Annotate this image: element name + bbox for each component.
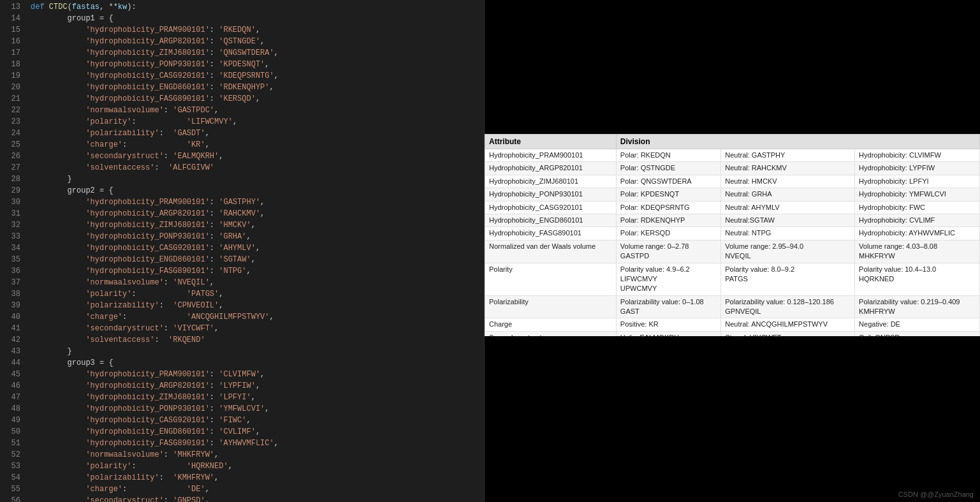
table-cell-c3: Coil: GNPSD [855,331,980,336]
table-row: Hydrophobicity_CASG920101Polar: KDEQPSRN… [485,201,980,214]
table-cell-c2: Neutral: NTPG [721,227,855,240]
table-cell-c1: Polar: KDEQPSRNTG [616,201,720,214]
table-cell-c2: Polarity value: 8.0–9.2 PATGS [721,263,855,295]
table-cell-attr: Hydrophobicity_FASG890101 [485,227,617,240]
table-row: Hydrophobicity_ARGP820101Polar: QSTNGDEN… [485,162,980,175]
table-cell-c3: Hydrophobicity: CVLIMF [855,214,980,226]
table-cell-c2: Neutral: GRHA [721,188,855,201]
table-cell-c1: Polar: KPDESNQT [616,188,720,201]
table-cell-c2: Neutral: HMCKV [721,175,855,188]
table-cell-attr: Polarity [485,263,617,295]
table-cell-c3: Negative: DE [855,318,980,331]
table-cell-attr: Hydrophobicity_ARGP820101 [485,162,617,175]
table-container: Attribute Division Hydrophobicity_PRAM90… [485,134,980,336]
table-cell-c1: Polar: RDKENQHYP [616,214,720,226]
table-row: Hydrophobicity_ENGD860101Polar: RDKENQHY… [485,214,980,226]
table-cell-c2: Polarizability value: 0.128–120.186 GPNV… [721,295,855,318]
table-cell-c3: Hydrophobicity: CLVIMFW [855,149,980,162]
table-cell-c3: Hydrophobicity: FWC [855,201,980,214]
table-cell-attr: Secondary structure [485,331,617,336]
col-header-attribute: Attribute [485,135,617,149]
table-row: ChargePositive: KRNeutral: ANCQGHILMFPST… [485,318,980,331]
table-row: PolarityPolarity value: 4.9–6.2 LIFWCMVY… [485,263,980,295]
watermark-text: CSDN @@ZyuanZhang [898,491,974,498]
table-cell-c1: Polar: RKEDQN [616,149,720,162]
table-cell-c3: Volume range: 4.03–8.08 MHKFRYW [855,240,980,263]
col-header-division: Division [616,135,979,149]
table-cell-c2: Neutral: GASTPHY [721,149,855,162]
table-cell-attr: Hydrophobicity_ZIMJ680101 [485,175,617,188]
table-cell-c3: Hydrophobicity: AYHWVMFLIC [855,227,980,240]
table-row: Hydrophobicity_PONP930101Polar: KPDESNQT… [485,188,980,201]
table-cell-c3: Polarity value: 10.4–13.0 HQRKNED [855,263,980,295]
table-cell-c2: Neutral: RAHCKMV [721,162,855,175]
table-cell-c2: Strand: VIYCWFT [721,331,855,336]
table-cell-c2: Neutral:SGTAW [721,214,855,226]
table-cell-attr: Charge [485,318,617,331]
bottom-black-area: CSDN @@ZyuanZhang [485,336,980,502]
table-cell-attr: Normalized van der Waals volume [485,240,617,263]
table-cell-c3: Hydrophobicity: YMFWLCVI [855,188,980,201]
table-cell-attr: Hydrophobicity_PRAM900101 [485,149,617,162]
table-cell-c1: Polar: KERSQD [616,227,720,240]
table-cell-c3: Hydrophobicity: LYPFIW [855,162,980,175]
table-cell-c2: Volume range: 2.95–94.0 NVEQIL [721,240,855,263]
table-cell-attr: Hydrophobicity_CASG920101 [485,201,617,214]
table-row: Hydrophobicity_ZIMJ680101Polar: QNGSWTDE… [485,175,980,188]
table-row: Hydrophobicity_FASG890101Polar: KERSQDNe… [485,227,980,240]
table-row: Secondary structureHelix: EALMQKRHStrand… [485,331,980,336]
attribute-table: Attribute Division Hydrophobicity_PRAM90… [485,134,980,336]
table-row: Hydrophobicity_PRAM900101Polar: RKEDQNNe… [485,149,980,162]
table-row: PolarizabilityPolarizability value: 0–1.… [485,295,980,318]
table-cell-c2: Neutral: AHYMLV [721,201,855,214]
table-cell-c1: Volume range: 0–2.78 GASTPD [616,240,720,263]
table-cell-c1: Helix: EALMQKRH [616,331,720,336]
top-black-area [485,0,980,134]
right-panel: Attribute Division Hydrophobicity_PRAM90… [485,0,980,502]
table-cell-c1: Polarizability value: 0–1.08 GAST [616,295,720,318]
table-cell-c3: Hydrophobicity: LPFYI [855,175,980,188]
table-cell-attr: Hydrophobicity_PONP930101 [485,188,617,201]
table-cell-c1: Polarity value: 4.9–6.2 LIFWCMVY UPWCMVY [616,263,720,295]
table-cell-c1: Polar: QNGSWTDERA [616,175,720,188]
code-editor: 1314151617181920212223242526272829303132… [0,0,485,502]
line-numbers: 1314151617181920212223242526272829303132… [0,0,26,502]
table-cell-c1: Polar: QSTNGDE [616,162,720,175]
table-cell-attr: Hydrophobicity_ENGD860101 [485,214,617,226]
table-cell-c2: Neutral: ANCQGHILMFPSTWYV [721,318,855,331]
code-content[interactable]: def CTDC(fastas, **kw): group1 = { 'hydr… [26,0,484,502]
table-cell-c1: Positive: KR [616,318,720,331]
table-cell-attr: Polarizability [485,295,617,318]
table-row: Normalized van der Waals volumeVolume ra… [485,240,980,263]
table-cell-c3: Polarizability value: 0.219–0.409 KMHFRY… [855,295,980,318]
